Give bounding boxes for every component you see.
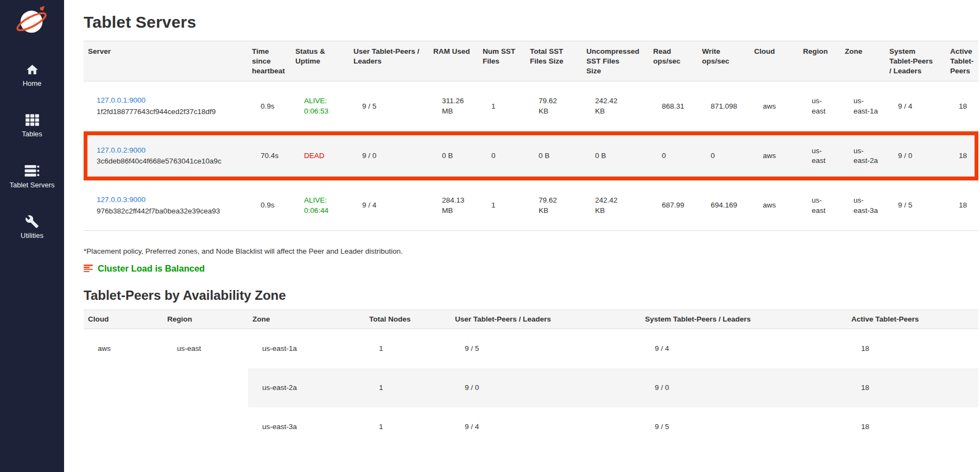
cell-ram: 311.26 MB [429,81,478,131]
page-title: Tablet Servers [84,13,978,32]
col-header-server: Server [84,41,248,81]
zones-table-header-row: Cloud Region Zone Total Nodes User Table… [84,310,978,329]
cell-read-ops: 0 [649,131,698,180]
cell-heartbeat: 70.4s [248,131,291,180]
cell-user-peers: 9 / 4 [451,407,641,446]
sidebar-item-label: Home [23,80,42,87]
cell-uncompressed-sst: 242.42 KB [582,181,649,230]
placement-policy-footnote: *Placement policy, Preferred zones, and … [84,247,978,255]
sidebar-item-label: Utilities [21,232,43,240]
cell-uncompressed-sst: 0 B [582,131,649,180]
cell-total-nodes: 1 [365,407,451,446]
server-uuid: 976b382c2ff442f7ba0bea32e39cea93 [97,206,241,216]
main-content: Tablet Servers Server Time since heartbe… [64,0,980,446]
utilities-icon [24,214,40,229]
zone-row: aws us-east us-east-1a 1 9 / 5 9 / 4 18 [84,329,978,368]
cell-user-peers: 9 / 0 [349,131,429,180]
cell-zone: us-east-2a [840,131,885,180]
cell-system-peers: 9 / 0 [885,131,946,180]
col-header-read-ops: Read ops/sec [649,41,698,81]
cell-status: DEAD [291,131,349,180]
sidebar-item-utilities[interactable]: Utilities [0,214,64,240]
cell-num-sst: 0 [478,131,526,180]
col-header-uncompressed-sst: Uncompressed SST Files Size [582,41,649,81]
cell-zone: us-east-2a [248,368,365,407]
cell-write-ops: 0 [698,131,750,180]
server-row: 127.0.0.1:9000 1f2fd188777643cf944ced2f3… [84,81,978,131]
col-header-user-peers: User Tablet-Peers / Leaders [451,310,641,329]
cell-user-peers: 9 / 5 [349,81,429,131]
cell-status: ALIVE: 0:06:44 [291,181,349,230]
cell-active-peers: 18 [847,329,978,368]
yugabyte-logo [15,4,49,37]
server-address-link[interactable]: 127.0.0.2:9000 [97,146,146,154]
cell-user-peers: 9 / 4 [349,181,429,230]
uptime-text: 0:06:44 [304,206,343,216]
sidebar-item-home[interactable]: Home [0,62,64,87]
col-header-system-peers: System Tablet-Peers / Leaders [641,310,847,329]
cell-read-ops: 868.31 [649,81,698,131]
server-uuid: 1f2fd188777643cf944ced2f37c18df9 [97,107,241,117]
cell-total-nodes: 1 [365,329,451,368]
col-header-zone: Zone [840,41,885,81]
cluster-balance-icon [84,265,93,272]
col-header-cloud: Cloud [750,41,799,81]
cell-system-peers: 9 / 5 [885,181,946,230]
cell-ram: 0 B [429,131,478,180]
cell-ram: 284.13 MB [429,181,478,230]
col-header-active-peers: Active Tablet-Peers [946,41,978,81]
cluster-load-text: Cluster Load is Balanced [98,263,205,274]
cell-system-peers: 9 / 5 [641,407,847,446]
cell-zone: us-east-3a [248,407,365,446]
cell-num-sst: 1 [478,81,526,131]
cell-heartbeat: 0.9s [248,81,291,131]
cell-region: us-east [799,181,840,230]
cell-cloud: aws [750,131,799,180]
col-header-region: Region [163,310,248,329]
cell-system-peers: 9 / 0 [641,368,847,407]
col-header-zone: Zone [248,310,365,329]
cell-uncompressed-sst: 242.42 KB [582,81,649,131]
col-header-ram: RAM Used [429,41,478,81]
server-address-link[interactable]: 127.0.0.1:9000 [97,96,146,104]
cell-cloud: aws [750,81,799,131]
col-header-write-ops: Write ops/sec [698,41,750,81]
cell-active-peers: 18 [946,181,978,230]
cell-user-peers: 9 / 0 [451,368,641,407]
sidebar-item-tables[interactable]: Tables [0,112,64,138]
cell-region: us-east [163,329,248,446]
cell-status: ALIVE: 0:06:53 [291,81,349,131]
cell-zone: us-east-3a [840,181,885,230]
cell-cloud: aws [750,181,799,230]
tablet-peers-by-zone-table: Cloud Region Zone Total Nodes User Table… [84,310,978,446]
col-header-cloud: Cloud [84,310,163,329]
cell-active-peers: 18 [847,368,978,407]
cluster-load-status: Cluster Load is Balanced [84,263,978,274]
sidebar-item-label: Tables [22,130,42,138]
cell-system-peers: 9 / 4 [885,81,946,131]
cell-num-sst: 1 [478,181,526,230]
col-header-system-peers: System Tablet-Peers / Leaders [885,41,946,81]
status-text: DEAD [304,151,343,161]
cell-total-sst: 0 B [526,131,582,180]
cell-server: 127.0.0.1:9000 1f2fd188777643cf944ced2f3… [84,81,248,131]
cell-active-peers: 18 [847,407,978,446]
cell-total-sst: 79.62 KB [526,181,582,230]
server-uuid: 3c6deb86f40c4f668e5763041ce10a9c [97,156,241,166]
cell-total-sst: 79.62 KB [526,81,582,131]
col-header-num-sst: Num SST Files [478,41,526,81]
cell-read-ops: 687.99 [649,181,698,230]
server-row: 127.0.0.3:9000 976b382c2ff442f7ba0bea32e… [84,181,978,230]
cell-region: us-east [799,131,840,180]
server-address-link[interactable]: 127.0.0.3:9000 [97,196,146,204]
col-header-total-nodes: Total Nodes [365,310,451,329]
cell-cloud: aws [84,329,163,446]
server-row-dead-highlighted: 127.0.0.2:9000 3c6deb86f40c4f668e5763041… [84,131,978,180]
col-header-user-peers: User Tablet-Peers / Leaders [349,41,429,81]
col-header-heartbeat: Time since heartbeat [248,41,291,81]
tablet-servers-table: Server Time since heartbeat Status & Upt… [84,41,978,231]
col-header-total-sst: Total SST Files Size [526,41,582,81]
sidebar: Home Tables Tablet Servers [0,0,64,472]
sidebar-item-tablet-servers[interactable]: Tablet Servers [0,163,64,189]
cell-zone: us-east-1a [248,329,365,368]
